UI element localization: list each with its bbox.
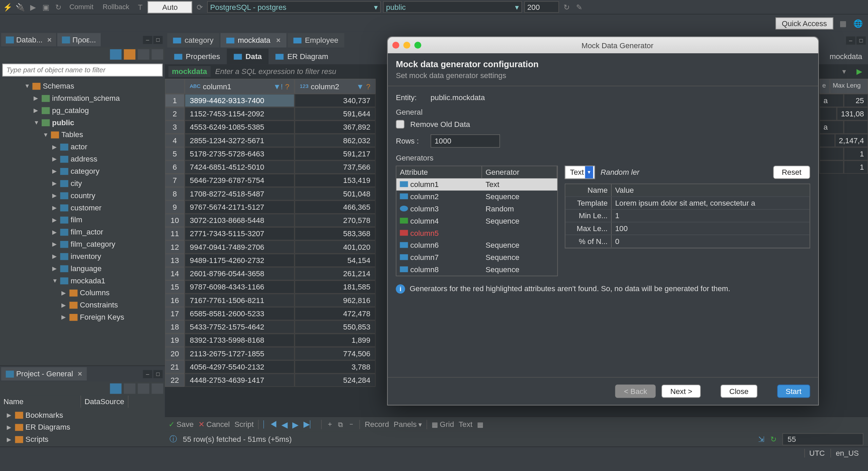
row-num[interactable]: 20 — [165, 347, 184, 360]
proj-icon2[interactable] — [138, 383, 149, 394]
table-row[interactable]: 176585-8581-2600-5233472,478 — [165, 307, 375, 320]
cell[interactable]: 1708-8272-4518-5487 — [184, 187, 294, 200]
row-num[interactable]: 17 — [165, 307, 184, 320]
cell[interactable]: 591,217 — [295, 147, 376, 161]
cell[interactable]: 9767-5674-2171-5127 — [184, 201, 294, 214]
col-header-column2[interactable]: 123column2▼? — [295, 79, 376, 94]
attr-row-column5[interactable]: column5 — [396, 227, 557, 239]
tree-table-city[interactable]: ▶city — [5, 177, 165, 189]
table-row[interactable]: 185433-7752-1575-4642550,853 — [165, 320, 375, 334]
subtab-data[interactable]: Data — [227, 49, 269, 64]
plug-icon[interactable]: 🔌 — [15, 2, 25, 12]
reset-button[interactable]: Reset — [773, 166, 810, 179]
close-icon[interactable]: × — [276, 36, 281, 45]
attr-row-column4[interactable]: column4Sequence — [396, 215, 557, 227]
cell[interactable]: 550,853 — [295, 320, 376, 334]
filter-menu-icon[interactable]: ▾ — [839, 66, 850, 77]
cell[interactable]: 962,816 — [295, 294, 376, 307]
row-num[interactable]: 13 — [165, 254, 184, 267]
cell[interactable]: 9947-0941-7489-2706 — [184, 240, 294, 253]
cell[interactable]: 591,644 — [295, 107, 376, 120]
tree-pg-catalog[interactable]: ▶pg_catalog — [5, 104, 165, 116]
tab-category[interactable]: category — [167, 33, 219, 48]
connect-icon[interactable]: ⚡ — [2, 2, 13, 12]
tab-project-general[interactable]: Project - General× — [1, 367, 86, 380]
filter-icon[interactable]: ▼! — [273, 82, 283, 91]
generator-type-select[interactable]: Text — [565, 166, 595, 179]
tree-filter-input[interactable] — [2, 64, 163, 77]
attr-row-column8[interactable]: column8Sequence — [396, 264, 557, 276]
table-row[interactable]: 103072-2103-8668-5448270,578 — [165, 214, 375, 227]
tree-table-inventory[interactable]: ▶inventory — [5, 250, 165, 262]
tree-table-address[interactable]: ▶address — [5, 153, 165, 165]
table-row[interactable]: 129947-0941-7489-2706401,020 — [165, 240, 375, 253]
close-icon[interactable]: × — [47, 35, 52, 44]
perspective-icon[interactable]: ▦ — [838, 18, 848, 29]
tab-employee[interactable]: Employee — [288, 33, 344, 48]
cell[interactable]: 524,284 — [295, 374, 376, 387]
tree-table-mockada1[interactable]: ▼mockada1 — [5, 275, 165, 287]
table-row[interactable]: 34553-6249-1085-5385367,892 — [165, 120, 375, 134]
row-num[interactable]: 3 — [165, 120, 184, 134]
cell[interactable]: 583,368 — [295, 227, 376, 240]
table-row[interactable]: 198392-1733-5998-81681,899 — [165, 334, 375, 347]
cell[interactable]: 54,154 — [295, 254, 376, 267]
tx-mode-icon[interactable]: T — [135, 2, 145, 12]
tree-table-category[interactable]: ▶category — [5, 165, 165, 177]
cell[interactable]: 2113-2675-1727-1855 — [184, 347, 294, 360]
cell[interactable]: 9489-1175-4260-2732 — [184, 254, 294, 267]
cell[interactable]: 8392-1733-5998-8168 — [184, 334, 294, 347]
cell[interactable]: 4056-4297-5540-2132 — [184, 360, 294, 374]
tree-table-actor[interactable]: ▶actor — [5, 141, 165, 153]
row-num[interactable]: 4 — [165, 134, 184, 147]
prop-row[interactable]: Max Le...100 — [565, 222, 809, 235]
cell[interactable]: 4448-2753-4639-1417 — [184, 374, 294, 387]
row-num[interactable]: 14 — [165, 267, 184, 280]
editor-minimize-icon[interactable]: – — [846, 36, 855, 44]
tab-mockdata[interactable]: mockdata× — [220, 33, 287, 48]
tab-db-navigator[interactable]: Datab...× — [1, 33, 56, 46]
row-num[interactable]: 1 — [165, 94, 184, 107]
table-row[interactable]: 214056-4297-5540-21323,788 — [165, 360, 375, 374]
window-minimize-icon[interactable] — [403, 42, 410, 49]
next-button[interactable]: Next > — [662, 384, 701, 398]
table-row[interactable]: 112771-7343-5115-3207583,368 — [165, 227, 375, 240]
cell[interactable]: 6585-8581-2600-5233 — [184, 307, 294, 320]
row-num[interactable]: 12 — [165, 240, 184, 253]
row-num[interactable]: 22 — [165, 374, 184, 387]
script-button[interactable]: Script — [234, 420, 254, 429]
cell[interactable]: 5646-7239-6787-5754 — [184, 174, 294, 187]
prop-row[interactable]: TemplateLorem ipsum dolor sit amet, cons… — [565, 197, 809, 210]
cell[interactable]: 3,788 — [295, 360, 376, 374]
row-num[interactable]: 15 — [165, 280, 184, 294]
filter-icon[interactable]: ▼ — [356, 82, 364, 91]
nav-link-icon[interactable] — [124, 49, 135, 60]
maximize-icon[interactable]: □ — [153, 370, 162, 378]
stop-icon[interactable]: ↻ — [561, 2, 572, 12]
extra-icon[interactable]: ▦ — [477, 420, 484, 428]
row-num[interactable]: 18 — [165, 320, 184, 334]
record-button[interactable]: Record — [365, 420, 389, 429]
cell[interactable]: 1,899 — [295, 334, 376, 347]
globe-icon[interactable]: 🌐 — [853, 18, 864, 29]
cell[interactable]: 737,566 — [295, 161, 376, 174]
gear-icon[interactable] — [110, 383, 121, 394]
attr-row-column6[interactable]: column6Sequence — [396, 239, 557, 251]
row-num[interactable]: 9 — [165, 201, 184, 214]
nav-refresh-icon[interactable] — [152, 49, 163, 60]
table-row[interactable]: 224448-2753-4639-1417524,284 — [165, 374, 375, 387]
table-row[interactable]: 159787-6098-4343-1166181,585 — [165, 280, 375, 294]
cell[interactable]: 2771-7343-5115-3207 — [184, 227, 294, 240]
cell[interactable]: 2855-1234-3272-5671 — [184, 134, 294, 147]
attr-row-column2[interactable]: column2Sequence — [396, 191, 557, 203]
cell[interactable]: 5433-7752-1575-4642 — [184, 320, 294, 334]
cell[interactable]: 401,020 — [295, 240, 376, 253]
cell[interactable]: 774,506 — [295, 347, 376, 360]
cell[interactable]: 3899-4462-9313-7400 — [184, 94, 294, 107]
start-button[interactable]: Start — [777, 384, 810, 398]
cell[interactable]: 2601-8796-0544-3658 — [184, 267, 294, 280]
tree-table-country[interactable]: ▶country — [5, 189, 165, 202]
cell[interactable]: 472,478 — [295, 307, 376, 320]
add-row-icon[interactable]: ＋ — [327, 419, 333, 429]
auto-commit-button[interactable]: Auto — [148, 1, 192, 13]
